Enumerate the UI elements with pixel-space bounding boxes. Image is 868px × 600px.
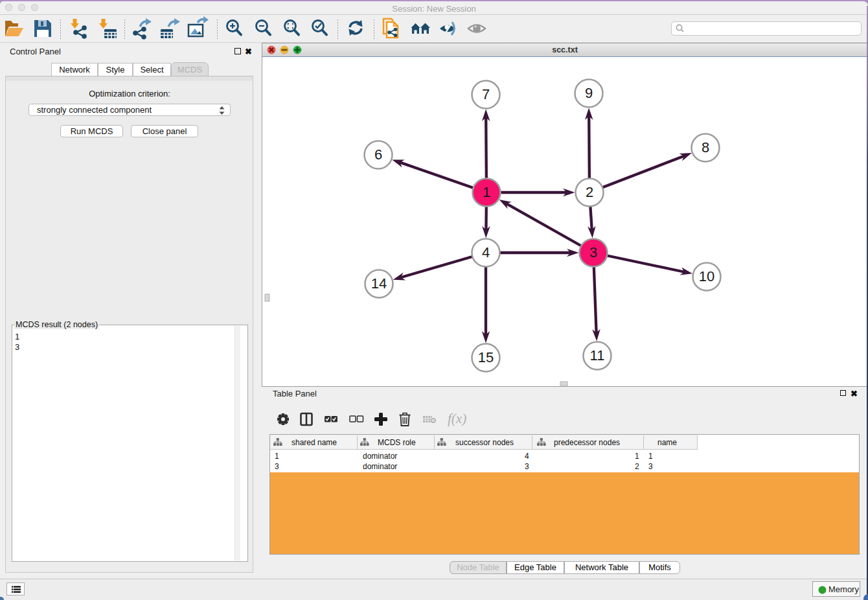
svg-text:6: 6 xyxy=(374,146,382,163)
svg-text:9: 9 xyxy=(585,85,593,101)
svg-text:2: 2 xyxy=(586,184,593,200)
svg-text:8: 8 xyxy=(702,139,709,156)
svg-text:1: 1 xyxy=(483,184,490,200)
svg-text:7: 7 xyxy=(482,86,490,102)
svg-text:4: 4 xyxy=(482,244,490,260)
svg-text:15: 15 xyxy=(478,349,494,365)
svg-text:3: 3 xyxy=(589,244,597,260)
svg-text:11: 11 xyxy=(590,347,605,363)
svg-text:14: 14 xyxy=(371,275,387,292)
svg-text:10: 10 xyxy=(699,268,714,284)
